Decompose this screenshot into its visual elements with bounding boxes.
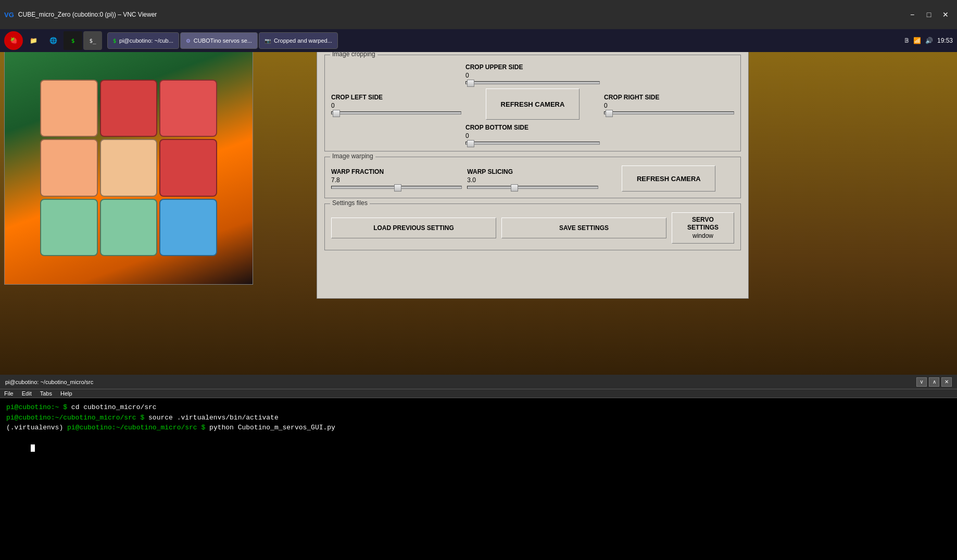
clock: 19:53 <box>937 37 953 44</box>
prompt-1: pi@cubotino:~ $ <box>6 402 71 413</box>
terminal-line-3: (.virtualenvs) pi@cubotino:~/cubotino_mi… <box>6 423 951 433</box>
warp-fraction-value: 7.8 <box>331 176 462 184</box>
prompt-2: pi@cubotino:~/cubotino_micro/src $ <box>6 413 148 423</box>
cube-cell-3 <box>40 139 98 197</box>
crop-left-thumb[interactable] <box>333 110 340 117</box>
run-icon[interactable]: $_ <box>83 31 102 50</box>
warp-fraction-thumb[interactable] <box>394 184 401 192</box>
venv-indicator: (.virtualenvs) <box>6 423 67 433</box>
cube-cell-6 <box>40 199 98 257</box>
terminal-cursor <box>31 444 35 452</box>
terminal-body: pi@cubotino:~ $ cd cubotino_micro/src pi… <box>0 398 957 553</box>
terminal-line-2: pi@cubotino:~/cubotino_micro/src $ sourc… <box>6 413 951 423</box>
terminal-minimize[interactable]: v <box>916 377 927 387</box>
vnc-logo: VG <box>4 11 14 19</box>
crop-right-control: CROP RIGHT SIDE 0 <box>604 94 734 114</box>
crop-left-label: CROP LEFT SIDE <box>331 94 461 101</box>
taskbar: 🍓 📁 🌐 $ $_ $ pi@cubotino: ~/cub... ⚙ CUB… <box>0 29 957 52</box>
cmd-3: python Cubotino_m_servos_GUI.py <box>209 423 335 433</box>
servo-settings-btn[interactable]: SERVO SETTINGS window <box>672 212 734 244</box>
cube-cell-0 <box>40 80 98 137</box>
vnc-title: CUBE_micro_Zero (cubotino:0 (pi)) – VNC … <box>18 11 157 18</box>
warp-slicing-value: 3.0 <box>467 176 598 184</box>
folder-icon[interactable]: 📁 <box>24 31 43 50</box>
cube-cell-2 <box>159 80 217 137</box>
system-tray: 𝔹 📶 🔊 19:53 <box>904 37 953 44</box>
cropped-image-window: Cropped and warped image v ∧ ✕ <box>4 37 253 285</box>
raspberry-icon[interactable]: 🍓 <box>4 31 23 50</box>
cmd-1: cd cubotino_micro/src <box>71 402 157 413</box>
volume-icon: 🔊 <box>925 37 933 44</box>
crop-left-value: 0 <box>331 102 461 109</box>
warp-slicing-control: WARP SLICING 3.0 <box>467 168 598 189</box>
cube-cell-5 <box>159 139 217 197</box>
crop-bottom-control: CROP BOTTOM SIDE 0 <box>465 124 600 145</box>
terminal-cursor-line <box>6 433 951 464</box>
crop-bottom-label: CROP BOTTOM SIDE <box>465 124 600 131</box>
menu-tabs[interactable]: Tabs <box>40 390 52 397</box>
crop-upper-value: 0 <box>465 72 600 79</box>
terminal-titlebar: pi@cubotino: ~/cubotino_micro/src v ∧ ✕ <box>0 375 957 389</box>
window-controls: − □ ✕ <box>905 7 953 22</box>
crop-right-thumb[interactable] <box>606 110 613 117</box>
crop-right-track <box>604 111 734 114</box>
warp-refresh-camera-btn[interactable]: REFRESH CAMERA <box>622 166 715 192</box>
taskbar-app-terminal[interactable]: $ pi@cubotino: ~/cub... <box>107 32 179 49</box>
servo-btn-content: SERVO SETTINGS window <box>687 216 719 240</box>
crop-upper-track <box>465 81 600 84</box>
taskbar-app-cropped[interactable]: 📷 Cropped and warped... <box>259 32 338 49</box>
cube-face <box>40 80 217 257</box>
cube-cell-7 <box>100 199 158 257</box>
terminal-menu: File Edit Tabs Help <box>0 389 957 398</box>
cube-cell-4 <box>100 139 158 197</box>
wifi-icon: 📶 <box>913 37 921 44</box>
taskbar-app-servo[interactable]: ⚙ CUBOTino servos se... <box>180 32 258 49</box>
load-previous-btn[interactable]: LOAD PREVIOUS SETTING <box>331 218 496 238</box>
terminal-controls: v ∧ ✕ <box>916 377 952 387</box>
image-cropping-group: Image cropping CROP UPPER SIDE 0 <box>324 55 741 151</box>
crop-bottom-value: 0 <box>465 132 600 139</box>
crop-bottom-thumb[interactable] <box>467 140 474 147</box>
image-warping-group: Image warping WARP FRACTION 7.8 WARP SLI… <box>324 157 741 198</box>
cube-cell-1 <box>100 80 158 137</box>
globe-icon[interactable]: 🌐 <box>44 31 62 50</box>
terminal-line-1: pi@cubotino:~ $ cd cubotino_micro/src <box>6 402 951 413</box>
warp-fraction-label: WARP FRACTION <box>331 168 462 175</box>
warp-fraction-track <box>331 186 462 189</box>
crop-upper-label: CROP UPPER SIDE <box>465 63 600 71</box>
menu-file[interactable]: File <box>4 390 14 397</box>
warp-refresh-container: REFRESH CAMERA <box>603 166 734 192</box>
warp-slicing-label: WARP SLICING <box>467 168 598 175</box>
save-settings-btn[interactable]: SAVE SETTINGS <box>501 218 666 238</box>
crop-upper-thumb[interactable] <box>467 80 474 87</box>
terminal-close[interactable]: ✕ <box>941 377 952 387</box>
maximize-btn[interactable]: □ <box>922 7 936 22</box>
settings-files-group: Settings files LOAD PREVIOUS SETTING SAV… <box>324 203 741 250</box>
prompt-3: pi@cubotino:~/cubotino_micro/src $ <box>67 423 209 433</box>
crop-right-value: 0 <box>604 102 734 109</box>
cube-image-display <box>5 52 253 284</box>
terminal-title: pi@cubotino: ~/cubotino_micro/src <box>5 379 93 385</box>
menu-help[interactable]: Help <box>60 390 72 397</box>
crop-left-track <box>331 111 461 114</box>
main-cubotino-window: CUBOTino servos setting v ∧ ✕ Image crop… <box>317 33 749 299</box>
menu-edit[interactable]: Edit <box>22 390 32 397</box>
vnc-titlebar: VG CUBE_micro_Zero (cubotino:0 (pi)) – V… <box>0 0 957 29</box>
crop-upper-control: CROP UPPER SIDE 0 <box>465 63 600 84</box>
warp-slicing-thumb[interactable] <box>511 184 518 192</box>
crop-right-label: CROP RIGHT SIDE <box>604 94 734 101</box>
image-warping-label: Image warping <box>330 152 375 160</box>
crop-left-control: CROP LEFT SIDE 0 <box>331 94 461 114</box>
terminal-window: pi@cubotino: ~/cubotino_micro/src v ∧ ✕ … <box>0 375 957 560</box>
terminal-maximize[interactable]: ∧ <box>929 377 939 387</box>
warp-slicing-track <box>467 186 598 189</box>
cube-cell-8 <box>159 199 217 257</box>
settings-files-label: Settings files <box>330 199 370 207</box>
refresh-camera-container: REFRESH CAMERA <box>465 88 600 120</box>
bluetooth-icon: 𝔹 <box>904 37 909 44</box>
terminal-small-icon[interactable]: $ <box>64 31 82 50</box>
minimize-btn[interactable]: − <box>905 7 920 22</box>
close-btn[interactable]: ✕ <box>938 7 953 22</box>
refresh-camera-btn[interactable]: REFRESH CAMERA <box>486 88 580 120</box>
cmd-2: source .virtualenvs/bin/activate <box>148 413 279 423</box>
